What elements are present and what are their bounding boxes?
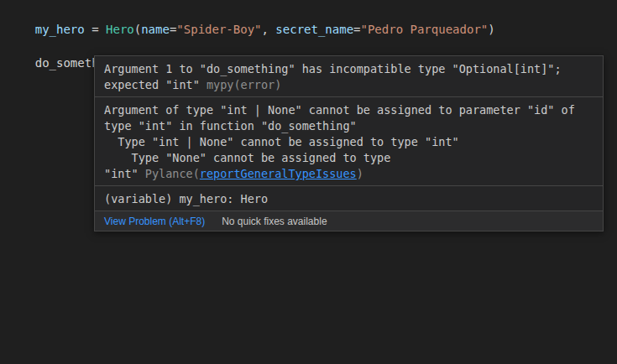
code-token: = xyxy=(85,23,106,36)
view-problem-link[interactable]: View Problem (Alt+F8) xyxy=(104,216,205,227)
code-token: secret_name xyxy=(275,23,353,36)
variable-type-info: (variable) my_hero: Hero xyxy=(104,191,593,207)
pylance-message-line: "int" Pylance(reportGeneralTypeIssues) xyxy=(104,166,593,182)
pylance-source-label: ) xyxy=(357,167,363,180)
pylance-message-line: type "int" in function "do_something" xyxy=(104,118,593,134)
pylance-message-text: "int" xyxy=(104,167,145,180)
hover-section-variable: (variable) my_hero: Hero xyxy=(95,186,603,211)
code-token: name xyxy=(141,23,170,36)
hover-tooltip: Argument 1 to "do_something" has incompa… xyxy=(94,55,604,231)
hover-section-pylance: Argument of type "int | None" cannot be … xyxy=(95,97,603,185)
code-token: ( xyxy=(134,23,141,36)
pylance-message-line: Type "None" cannot be assigned to type xyxy=(104,150,593,166)
code-token: , xyxy=(262,23,276,36)
hover-section-mypy: Argument 1 to "do_something" has incompa… xyxy=(95,56,603,96)
code-token: = xyxy=(353,23,360,36)
code-editor[interactable]: my_hero = Hero(name="Spider-Boy", secret… xyxy=(0,0,617,364)
pylance-message-line: Argument of type "int | None" cannot be … xyxy=(104,102,593,118)
code-token: "Pedro Parqueador" xyxy=(361,23,489,36)
no-quick-fixes-label: No quick fixes available xyxy=(222,216,327,227)
mypy-message-line: Argument 1 to "do_something" has incompa… xyxy=(104,61,593,77)
mypy-message-text: expected "int" xyxy=(104,78,207,91)
code-token: "Spider-Boy" xyxy=(176,23,261,36)
code-token: Hero xyxy=(106,23,134,36)
hover-status-bar: View Problem (Alt+F8) No quick fixes ava… xyxy=(95,211,603,231)
code-token: my_hero xyxy=(35,23,85,36)
pylance-source-label: Pylance( xyxy=(145,167,200,180)
pylance-message-line: Type "int | None" cannot be assigned to … xyxy=(104,134,593,150)
code-token: ) xyxy=(488,23,494,36)
pylance-rule-link[interactable]: reportGeneralTypeIssues xyxy=(200,167,357,180)
mypy-message-line: expected "int" mypy(error) xyxy=(104,77,593,93)
mypy-source-label: mypy(error) xyxy=(207,78,281,91)
